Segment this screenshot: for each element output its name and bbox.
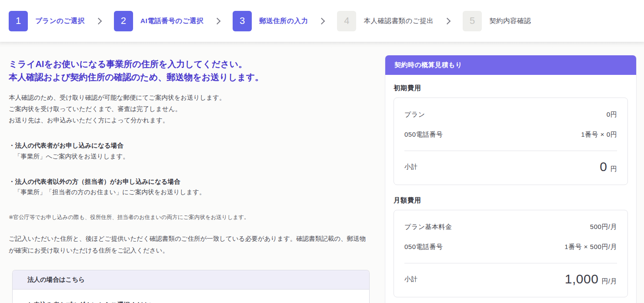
subtotal-label: 小計 bbox=[404, 163, 418, 171]
estimate-row-plan: プラン 0円 bbox=[404, 111, 617, 119]
step-label: AI電話番号のご選択 bbox=[140, 17, 204, 26]
address-instructions-section: ミライAIをお使いになる事業所の住所を入力してください。 本人確認および契約住所… bbox=[9, 58, 370, 303]
estimate-panel-body: 初期費用 プラン 0円 050電話番号 1番号 × 0円 小計 bbox=[385, 75, 636, 297]
step-number-badge: 4 bbox=[337, 11, 356, 31]
intro-line: 本人確認のため、受け取り確認が可能な郵便にてご案内状をお送りします。 bbox=[9, 92, 370, 103]
applicant-select-label: お申込み者をプルダウンからご選択ください bbox=[27, 301, 361, 303]
row-label: 050電話番号 bbox=[404, 131, 443, 139]
case-title: ・法人の代表者以外の方（担当者）がお申し込みになる場合 bbox=[9, 176, 370, 187]
corporate-form-card: 法人の場合はこちら お申込み者をプルダウンからご選択ください 選択してください bbox=[12, 270, 370, 303]
step-2-phone-number[interactable]: 2 AI電話番号のご選択 bbox=[114, 11, 204, 31]
subtotal-amount: 0 bbox=[600, 159, 607, 174]
chevron-right-icon bbox=[95, 17, 102, 24]
page-content: ミライAIをお使いになる事業所の住所を入力してください。 本人確認および契約住所… bbox=[0, 42, 644, 303]
initial-cost-section: 初期費用 プラン 0円 050電話番号 1番号 × 0円 小計 bbox=[394, 84, 628, 185]
estimate-sidebar: 契約時の概算見積もり 初期費用 プラン 0円 050電話番号 1番号 × 0円 bbox=[385, 58, 637, 303]
page-title: ミライAIをお使いになる事業所の住所を入力してください。 本人確認および契約住所… bbox=[9, 58, 370, 84]
corporate-form-body: お申込み者をプルダウンからご選択ください 選択してください bbox=[13, 290, 369, 303]
subtotal-value: 1,000 円/月 bbox=[565, 272, 617, 286]
estimate-row-050-number: 050電話番号 1番号 × 500円/月 bbox=[404, 243, 617, 251]
step-4-identity-documents: 4 本人確認書類のご提出 bbox=[337, 11, 434, 31]
row-value: 500円/月 bbox=[590, 223, 617, 231]
intro-paragraph: 本人確認のため、受け取り確認が可能な郵便にてご案内状をお送りします。 ご案内状を… bbox=[9, 92, 370, 126]
page-title-line2: 本人確認および契約住所の確認のため、郵送物をお送りします。 bbox=[9, 71, 370, 84]
subtotal-unit: 円 bbox=[611, 165, 617, 173]
chevron-right-icon bbox=[444, 17, 451, 24]
case-body: 「事業所」「担当者の方のお住まい」にご案内状をお送りします。 bbox=[9, 187, 370, 198]
monthly-cost-title: 月額費用 bbox=[394, 196, 628, 205]
step-number-badge: 3 bbox=[233, 11, 252, 31]
page-title-line1: ミライAIをお使いになる事業所の住所を入力してください。 bbox=[9, 58, 370, 71]
step-1-plan[interactable]: 1 プランのご選択 bbox=[9, 11, 85, 31]
initial-cost-title: 初期費用 bbox=[394, 84, 628, 92]
step-number-badge: 1 bbox=[9, 11, 28, 31]
intro-line: ご案内状を受け取っていただくまで、審査は完了しません。 bbox=[9, 103, 370, 114]
step-label: 郵送住所の入力 bbox=[259, 17, 308, 26]
monthly-cost-section: 月額費用 プラン基本料金 500円/月 050電話番号 1番号 × 500円/月 bbox=[394, 196, 628, 297]
government-office-note: ※官公庁等でお申し込みの際も、役所住所、担当者のお住まいの両方にご案内状をお送り… bbox=[9, 214, 370, 221]
subtotal-value: 0 円 bbox=[600, 159, 617, 174]
step-5-contract-confirmation: 5 契約内容確認 bbox=[463, 11, 531, 31]
step-label: 契約内容確認 bbox=[489, 17, 531, 26]
row-label: プラン bbox=[404, 111, 425, 119]
estimate-panel-title: 契約時の概算見積もり bbox=[385, 55, 636, 75]
address-match-paragraph: ご記入いただいた住所と、後ほどご提供いただく確認書類のご住所が一致している必要が… bbox=[9, 233, 370, 256]
row-value: 1番号 × 0円 bbox=[581, 131, 617, 139]
subtotal-unit: 円/月 bbox=[601, 277, 617, 286]
step-number-badge: 5 bbox=[463, 11, 482, 31]
corporate-form-header: 法人の場合はこちら bbox=[13, 270, 369, 290]
step-label: プランのご選択 bbox=[35, 17, 85, 26]
estimate-row-plan-base-fee: プラン基本料金 500円/月 bbox=[404, 223, 617, 231]
row-label: プラン基本料金 bbox=[404, 223, 452, 231]
chevron-right-icon bbox=[214, 17, 221, 24]
initial-subtotal-row: 小計 0 円 bbox=[404, 151, 617, 174]
initial-cost-card: プラン 0円 050電話番号 1番号 × 0円 小計 0 円 bbox=[394, 98, 628, 185]
subtotal-amount: 1,000 bbox=[565, 272, 599, 286]
monthly-subtotal-row: 小計 1,000 円/月 bbox=[404, 263, 617, 286]
signup-stepper: 1 プランのご選択 2 AI電話番号のご選択 3 郵送住所の入力 4 本人確認書… bbox=[0, 0, 644, 42]
chevron-right-icon bbox=[318, 17, 325, 24]
case-body: 「事業所」へご案内状をお送りします。 bbox=[9, 151, 370, 162]
step-number-badge: 2 bbox=[114, 11, 133, 31]
subtotal-label: 小計 bbox=[404, 275, 418, 283]
estimate-panel: 契約時の概算見積もり 初期費用 プラン 0円 050電話番号 1番号 × 0円 bbox=[385, 55, 637, 303]
intro-line: お送り先は、お申込みいただく方によって分かれます。 bbox=[9, 114, 370, 126]
monthly-cost-card: プラン基本料金 500円/月 050電話番号 1番号 × 500円/月 小計 1… bbox=[394, 210, 628, 297]
estimate-row-050-number: 050電話番号 1番号 × 0円 bbox=[404, 131, 617, 139]
case-corporate-representative: ・法人の代表者がお申し込みになる場合 「事業所」へご案内状をお送りします。 bbox=[9, 140, 370, 162]
row-value: 1番号 × 500円/月 bbox=[564, 243, 617, 251]
step-label: 本人確認書類のご提出 bbox=[364, 17, 434, 26]
row-label: 050電話番号 bbox=[404, 243, 443, 251]
row-value: 0円 bbox=[607, 111, 617, 119]
case-title: ・法人の代表者がお申し込みになる場合 bbox=[9, 140, 370, 151]
step-3-mailing-address[interactable]: 3 郵送住所の入力 bbox=[233, 11, 308, 31]
case-non-representative: ・法人の代表者以外の方（担当者）がお申し込みになる場合 「事業所」「担当者の方の… bbox=[9, 176, 370, 198]
